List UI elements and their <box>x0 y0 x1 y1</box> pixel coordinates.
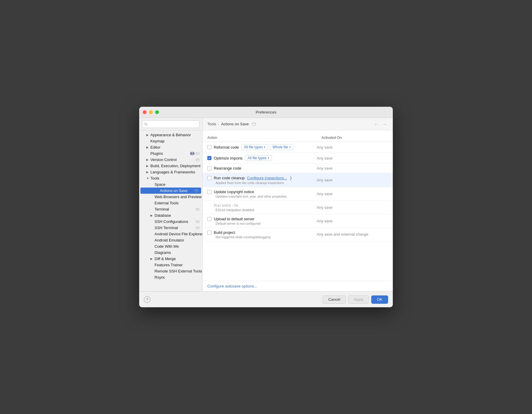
action-description: ESLint integration disabled <box>216 208 312 212</box>
settings-icon <box>196 152 199 155</box>
activated-cell: Any save <box>317 201 393 214</box>
breadcrumb-separator: › <box>218 122 219 126</box>
sidebar-item-database[interactable]: ▶ Database <box>139 212 202 218</box>
help-button[interactable]: ? <box>144 296 150 303</box>
activated-cell: Any save <box>317 153 393 164</box>
chevron-right-icon: ▶ <box>146 133 150 137</box>
sidebar-item-ssh-configurations[interactable]: SSH Configurations <box>139 218 202 225</box>
sidebar-item-label: Actions on Save <box>160 188 193 193</box>
sidebar-item-ssh-terminal[interactable]: SSH Terminal <box>139 225 202 231</box>
sidebar-item-editor[interactable]: ▶ Editor <box>139 144 202 150</box>
bottom-bar: ? Cancel Apply OK <box>139 291 393 307</box>
nav-forward-button[interactable]: → <box>381 121 388 128</box>
sidebar-item-appearance[interactable]: ▶ Appearance & Behavior <box>139 132 202 138</box>
panel-footer: Configure autosave options... <box>203 281 393 291</box>
cursor-icon: 〉 <box>290 175 292 180</box>
activated-column-header: Activated On <box>317 134 393 142</box>
activated-cell: Any save <box>317 164 393 173</box>
breadcrumb-icon <box>252 122 256 126</box>
panel-header: Tools › Actions on Save ← → <box>203 118 393 130</box>
sidebar-item-build[interactable]: ▶ Build, Execution, Deployment <box>139 163 202 169</box>
sidebar-item-label: Diff & Merge <box>155 257 199 261</box>
action-cell: Run eslint --fix ESLint integration disa… <box>203 201 317 214</box>
sidebar-item-label: Android Device File Explorer <box>155 232 202 236</box>
sidebar-item-diagrams[interactable]: Diagrams <box>139 249 202 256</box>
minimize-button[interactable] <box>149 110 153 114</box>
action-cell: Update copyright notice Updates copyrigh… <box>203 187 317 201</box>
configure-inspections-link[interactable]: Configure inspections... <box>247 176 287 180</box>
sidebar-item-features-trainer[interactable]: Features Trainer <box>139 262 202 268</box>
sidebar-item-external-tools[interactable]: External Tools <box>139 200 202 206</box>
table-row: Run eslint --fix ESLint integration disa… <box>203 201 393 214</box>
rearrange-code-checkbox[interactable] <box>207 166 211 170</box>
action-buttons: Cancel Apply OK <box>323 295 388 304</box>
sidebar-item-tools[interactable]: ▼ Tools <box>139 175 202 181</box>
upload-server-checkbox[interactable] <box>207 217 211 221</box>
maximize-button[interactable] <box>155 110 159 114</box>
action-description: Not triggered while running/debugging <box>216 235 312 239</box>
configure-autosave-link[interactable]: Configure autosave options... <box>207 284 257 288</box>
action-description: Updates copyright text, year, and other … <box>216 195 312 198</box>
svg-rect-4 <box>195 190 198 192</box>
search-input[interactable] <box>142 120 199 128</box>
action-cell: Upload to default server Default server … <box>203 214 317 228</box>
table-row: Optimize imports All file types ▾ <box>203 153 393 164</box>
close-button[interactable] <box>143 110 147 114</box>
ok-button[interactable]: OK <box>371 295 388 304</box>
chevron-right-icon: ▶ <box>150 214 155 217</box>
sidebar-item-label: Editor <box>150 145 199 150</box>
window-title: Preferences <box>256 110 276 114</box>
sidebar-item-web-browsers[interactable]: Web Browsers and Preview <box>139 194 202 200</box>
sidebar-item-label: Features Trainer <box>155 263 199 267</box>
sidebar-item-terminal[interactable]: Terminal <box>139 206 202 212</box>
action-controls: All file types ▾ Whole file ▾ <box>241 144 293 150</box>
action-name: Run code cleanup <box>214 176 245 180</box>
sidebar-item-rsync[interactable]: Rsync <box>139 274 202 280</box>
sidebar-item-remote-ssh[interactable]: Remote SSH External Tools <box>139 268 202 274</box>
actions-table: Action Activated On <box>203 134 393 242</box>
action-description: Default server is not configured <box>216 222 312 225</box>
optimize-imports-checkbox[interactable] <box>207 156 211 160</box>
reformat-code-checkbox[interactable] <box>207 145 211 149</box>
build-project-checkbox[interactable] <box>207 231 211 235</box>
action-main: Optimize imports All file types ▾ <box>207 155 312 161</box>
table-row: Run code cleanup Configure inspections..… <box>203 173 393 187</box>
sidebar-item-label: Database <box>155 213 199 218</box>
chevron-right-icon: ▶ <box>146 146 150 149</box>
sidebar-item-label: Build, Execution, Deployment <box>150 164 201 168</box>
chevron-down-icon: ▼ <box>146 177 150 180</box>
sidebar-item-version-control[interactable]: ▶ Version Control <box>139 157 202 163</box>
sidebar-item-android-emulator[interactable]: Android Emulator <box>139 237 202 243</box>
plugins-badge: 1 <box>190 152 195 155</box>
sidebar-item-android-device[interactable]: Android Device File Explorer <box>139 231 202 237</box>
action-cell: Rearrange code <box>203 164 317 173</box>
action-cell: Reformat code All file types ▾ Whole fil… <box>203 142 317 153</box>
sidebar-item-actions-on-save[interactable]: Actions on Save <box>140 188 201 194</box>
sidebar-item-diff-merge[interactable]: ▶ Diff & Merge <box>139 256 202 262</box>
sidebar-item-plugins[interactable]: Plugins 1 <box>139 150 202 157</box>
search-box <box>139 118 202 131</box>
nav-back-button[interactable]: ← <box>373 121 380 128</box>
sidebar-item-languages[interactable]: ▶ Languages & Frameworks <box>139 169 202 175</box>
reformat-scope-dropdown[interactable]: Whole file ▾ <box>270 144 293 150</box>
run-code-cleanup-checkbox[interactable] <box>207 176 211 180</box>
cancel-button[interactable]: Cancel <box>323 295 346 304</box>
svg-rect-12 <box>252 123 256 126</box>
sidebar-item-label: Languages & Frameworks <box>150 170 199 174</box>
chevron-down-icon: ▾ <box>268 157 269 160</box>
action-main: Run eslint --fix <box>207 203 312 208</box>
sidebar-item-keymap[interactable]: Keymap <box>139 138 202 144</box>
settings-icon <box>195 189 198 193</box>
optimize-file-types-dropdown[interactable]: All file types ▾ <box>245 155 272 161</box>
update-copyright-checkbox[interactable] <box>207 190 211 194</box>
svg-rect-6 <box>196 208 199 211</box>
reformat-file-types-dropdown[interactable]: All file types ▾ <box>241 144 268 150</box>
activated-cell: Any save <box>317 142 393 153</box>
action-name: Rearrange code <box>214 166 241 170</box>
sidebar-item-space[interactable]: Space <box>139 181 202 188</box>
chevron-right-icon: ▶ <box>146 164 150 167</box>
action-main: Rearrange code <box>207 166 312 170</box>
apply-button[interactable]: Apply <box>348 295 369 304</box>
settings-icon <box>196 226 199 230</box>
sidebar-item-code-with-me[interactable]: Code With Me <box>139 243 202 249</box>
